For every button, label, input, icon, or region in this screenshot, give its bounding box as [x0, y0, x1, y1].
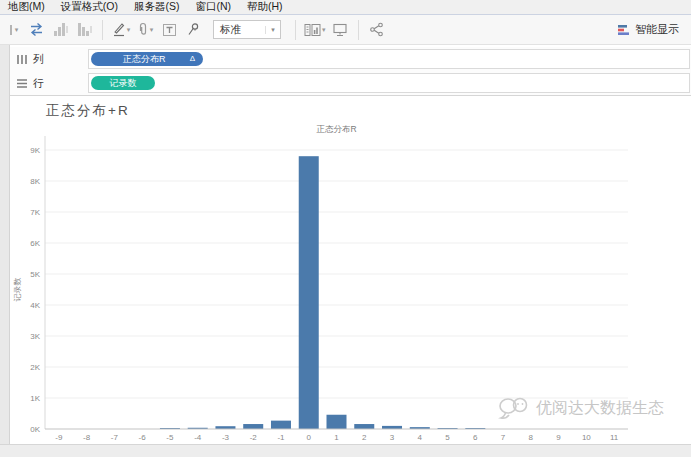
rows-shelf[interactable]: 记录数: [88, 73, 690, 93]
fix-axes-button[interactable]: [183, 19, 203, 41]
sort-descending-button[interactable]: [74, 19, 94, 41]
swap-axes-button[interactable]: [26, 19, 46, 41]
show-hide-cards-button[interactable]: ▾: [304, 19, 326, 41]
pane-title: 正态分布R: [316, 124, 356, 134]
highlight-pen-icon: [112, 22, 126, 37]
pill-normal-distribution-r[interactable]: 正态分布R Δ: [91, 52, 203, 66]
x-tick-label: -6: [139, 433, 147, 442]
x-tick-label: 4: [418, 433, 423, 442]
toolbar-partial-button[interactable]: ▾: [2, 19, 22, 41]
paperclip-icon: [137, 22, 149, 37]
menu-window[interactable]: 窗口(N): [187, 0, 239, 14]
y-tick-label: 4K: [30, 301, 40, 310]
worksheet: 正态分布+R 正态分布R0K1K2K3K4K5K6K7K8K9K记录数-9-8-…: [10, 95, 691, 444]
rows-shelf-row: 行 记录数: [10, 71, 691, 95]
group-members-button[interactable]: ▾: [135, 19, 155, 41]
pin-icon: [186, 22, 200, 37]
sort-descending-icon: [76, 22, 92, 37]
watermark-logo-icon: [498, 396, 532, 420]
chevron-down-icon: ▾: [150, 26, 154, 34]
x-tick-label: -8: [83, 433, 91, 442]
table-calc-delta-icon: Δ: [190, 52, 195, 66]
x-tick-label: 1: [334, 433, 339, 442]
x-tick-label: -3: [222, 433, 230, 442]
chart-bar[interactable]: [299, 156, 319, 429]
menu-format[interactable]: 设置格式(O): [53, 0, 126, 14]
chevron-down-icon: ▾: [265, 26, 280, 34]
fit-selector-value: 标准: [214, 23, 265, 37]
pill-number-of-records[interactable]: 记录数: [91, 76, 155, 90]
share-button[interactable]: [367, 19, 387, 41]
x-tick-label: -1: [277, 433, 285, 442]
highlight-button[interactable]: ▾: [111, 19, 131, 41]
x-tick-label: 8: [529, 433, 534, 442]
show-mark-labels-button[interactable]: [159, 19, 179, 41]
y-tick-label: 1K: [30, 394, 40, 403]
chart-bar[interactable]: [243, 424, 263, 429]
y-tick-label: 2K: [30, 363, 40, 372]
y-axis-title: 记录数: [13, 278, 22, 302]
swap-axes-icon: [28, 22, 45, 37]
rows-shelf-text: 行: [33, 76, 44, 91]
y-tick-label: 3K: [30, 332, 40, 341]
rows-shelf-label: 行: [10, 76, 88, 91]
menu-map[interactable]: 地图(M): [0, 0, 53, 14]
chevron-down-icon: ▾: [127, 26, 131, 34]
x-tick-label: 11: [610, 433, 619, 442]
pill-label: 记录数: [110, 76, 137, 90]
columns-shelf-text: 列: [33, 52, 44, 67]
y-tick-label: 5K: [30, 270, 40, 279]
chart-bar[interactable]: [354, 424, 374, 429]
window-bottom-edge: [0, 444, 691, 457]
columns-shelf[interactable]: 正态分布R Δ: [88, 49, 690, 69]
fit-selector[interactable]: 标准 ▾: [213, 20, 281, 39]
mark-label-icon: [162, 23, 177, 37]
menu-bar: 地图(M) 设置格式(O) 服务器(S) 窗口(N) 帮助(H): [0, 0, 691, 15]
y-tick-label: 0K: [30, 425, 40, 434]
menu-server[interactable]: 服务器(S): [126, 0, 188, 14]
columns-shelf-row: 列 正态分布R Δ: [10, 47, 691, 71]
x-tick-label: 10: [582, 433, 591, 442]
columns-icon: [16, 54, 28, 65]
toolbar-separator: [102, 20, 103, 40]
y-tick-label: 6K: [30, 239, 40, 248]
pill-label: 正态分布R: [99, 52, 190, 66]
x-tick-label: 2: [362, 433, 367, 442]
x-tick-label: 7: [501, 433, 506, 442]
x-tick-label: -4: [194, 433, 202, 442]
x-tick-label: 3: [390, 433, 395, 442]
y-tick-label: 7K: [30, 208, 40, 217]
menu-help[interactable]: 帮助(H): [239, 0, 291, 14]
bar-chart: 正态分布R0K1K2K3K4K5K6K7K8K9K记录数-9-8-7-6-5-4…: [10, 96, 691, 445]
window-left-edge: [0, 45, 10, 457]
y-tick-label: 8K: [30, 177, 40, 186]
show-me-label: 智能显示: [635, 22, 679, 37]
y-tick-label: 9K: [30, 146, 40, 155]
tableau-window: 地图(M) 设置格式(O) 服务器(S) 窗口(N) 帮助(H) ▾: [0, 0, 691, 457]
chart-bar[interactable]: [271, 421, 291, 429]
x-tick-label: 9: [556, 433, 561, 442]
x-tick-label: 6: [473, 433, 478, 442]
toolbar-separator: [358, 20, 359, 40]
presentation-icon: [332, 22, 348, 37]
watermark-text: 优阅达大数据生态: [536, 398, 664, 419]
show-me-icon: [618, 24, 631, 36]
sort-ascending-button[interactable]: [50, 19, 70, 41]
share-icon: [369, 22, 384, 37]
x-tick-label: -9: [55, 433, 63, 442]
columns-shelf-label: 列: [10, 52, 88, 67]
toolbar-separator: [295, 20, 296, 40]
show-me-button[interactable]: 智能显示: [618, 22, 679, 37]
sort-ascending-icon: [52, 22, 68, 37]
x-tick-label: -5: [166, 433, 174, 442]
x-tick-label: -7: [111, 433, 119, 442]
chart-bar[interactable]: [327, 415, 347, 429]
presentation-mode-button[interactable]: [330, 19, 350, 41]
x-tick-label: 5: [445, 433, 450, 442]
toolbar: ▾: [0, 15, 691, 45]
x-tick-label: -2: [250, 433, 258, 442]
rows-icon: [16, 78, 28, 89]
x-tick-label: 0: [307, 433, 312, 442]
chevron-down-icon: ▾: [322, 26, 326, 34]
chevron-down-icon: ▾: [15, 26, 19, 34]
